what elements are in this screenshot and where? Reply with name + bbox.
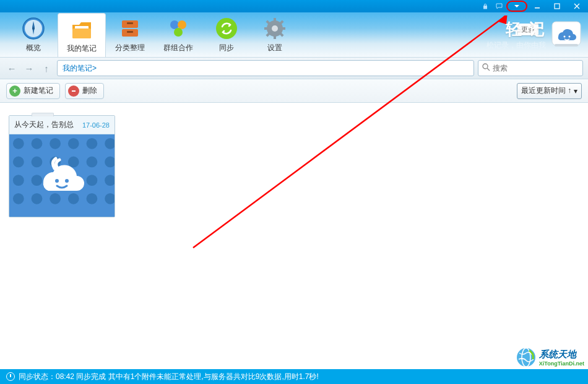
svg-point-27 — [569, 36, 571, 38]
cloud-logo-icon — [551, 20, 582, 49]
toolbar-label: 概览 — [26, 43, 41, 53]
svg-point-52 — [13, 193, 24, 204]
new-note-button[interactable]: + 新建笔记 — [6, 83, 60, 99]
note-card-header: 从今天起，告别总 17-06-28 — [9, 116, 115, 134]
people-icon — [166, 17, 190, 40]
search-input[interactable] — [493, 64, 579, 72]
dropdown-menu-button[interactable] — [506, 1, 527, 12]
delete-label: 删除 — [82, 85, 97, 96]
svg-rect-18 — [274, 35, 276, 39]
svg-point-14 — [216, 18, 237, 39]
svg-point-11 — [170, 20, 179, 29]
svg-point-12 — [178, 20, 186, 29]
note-thumbnail — [9, 134, 115, 217]
svg-point-46 — [13, 175, 24, 186]
toolbar-my-notes[interactable]: 我的笔记 — [58, 13, 106, 57]
toolbar-label: 我的笔记 — [67, 43, 97, 54]
nav-forward-button[interactable]: → — [22, 61, 36, 75]
content-area: 从今天起，告别总 17-06-28 — [0, 103, 588, 369]
toolbar-label: 设置 — [267, 43, 282, 53]
navigation-bar: ← → ↑ 我的笔记> — [0, 57, 588, 79]
nav-back-button[interactable]: ← — [5, 61, 19, 75]
brand-title: 轻 记 — [506, 19, 546, 40]
action-bar: + 新建笔记 删除 最近更新时间 ↑ ▾ — [0, 79, 588, 103]
gear-icon — [263, 17, 287, 40]
note-tab-decoration — [32, 113, 54, 116]
svg-line-30 — [487, 68, 490, 71]
svg-rect-17 — [274, 18, 276, 22]
brand-subtitle: 松记录，由你由我 — [486, 40, 546, 51]
svg-point-35 — [32, 138, 43, 149]
toolbar-label: 分类整理 — [115, 43, 145, 53]
sort-dropdown[interactable]: 最近更新时间 ↑ ▾ — [517, 83, 582, 99]
svg-point-37 — [68, 138, 79, 149]
svg-point-29 — [483, 64, 488, 69]
svg-point-34 — [13, 138, 24, 149]
folder-icon — [70, 17, 93, 41]
comment-icon[interactable] — [493, 0, 505, 12]
svg-rect-20 — [282, 27, 285, 30]
delete-icon — [68, 85, 79, 97]
close-button[interactable] — [567, 0, 587, 12]
toolbar-label: 群组合作 — [163, 43, 193, 53]
toolbar-group[interactable]: 群组合作 — [154, 12, 202, 57]
svg-rect-28 — [555, 44, 578, 46]
title-bar — [0, 0, 588, 12]
svg-point-26 — [564, 36, 566, 38]
svg-rect-19 — [264, 27, 268, 30]
toolbar-sync[interactable]: 同步 — [202, 12, 251, 57]
search-box[interactable] — [478, 60, 583, 76]
svg-point-16 — [272, 25, 278, 32]
toolbar-overview[interactable]: 概览 — [9, 12, 58, 57]
search-icon — [482, 63, 490, 73]
breadcrumb[interactable]: 我的笔记> — [57, 60, 474, 76]
chevron-down-icon: ▾ — [574, 87, 577, 95]
svg-point-13 — [174, 28, 183, 37]
nav-up-button[interactable]: ↑ — [40, 61, 53, 75]
delete-button[interactable]: 删除 — [65, 83, 104, 99]
status-text: 同步状态：08:42 同步完成 其中有1个附件未能正常处理,与服务器共对比9次数… — [19, 372, 319, 382]
clock-icon — [6, 372, 15, 381]
sync-icon — [215, 17, 238, 40]
new-note-label: 新建笔记 — [24, 85, 53, 96]
status-bar: 同步状态：08:42 同步完成 其中有1个附件未能正常处理,与服务器共对比9次数… — [0, 369, 588, 384]
svg-rect-32 — [72, 90, 76, 92]
note-title: 从今天起，告别总 — [14, 120, 74, 130]
toolbar-label: 同步 — [219, 43, 234, 53]
main-toolbar: 概览 我的笔记 分类整理 群组合作 同步 设置 更多 轻 记 松记录，由你由 — [0, 12, 588, 57]
breadcrumb-text: 我的笔记> — [63, 63, 97, 74]
svg-point-40 — [13, 157, 24, 168]
note-date: 17-06-28 — [82, 121, 110, 129]
svg-rect-6 — [72, 28, 91, 38]
plus-icon: + — [9, 85, 20, 97]
lock-icon[interactable] — [479, 0, 491, 12]
compass-icon — [22, 17, 45, 40]
svg-rect-0 — [535, 7, 540, 9]
svg-point-59 — [65, 179, 69, 183]
toolbar-category[interactable]: 分类整理 — [106, 12, 154, 57]
minimize-button[interactable] — [527, 0, 547, 12]
note-card[interactable]: 从今天起，告别总 17-06-28 — [9, 115, 115, 217]
svg-rect-9 — [127, 22, 133, 24]
svg-rect-1 — [555, 4, 560, 9]
sort-label: 最近更新时间 ↑ — [521, 85, 571, 96]
maximize-button[interactable] — [547, 0, 567, 12]
toolbar-settings[interactable]: 设置 — [251, 12, 299, 57]
svg-point-58 — [55, 179, 59, 183]
svg-point-4 — [32, 27, 35, 30]
drawer-icon — [118, 17, 142, 40]
svg-rect-10 — [127, 31, 133, 33]
brand-area: 轻 记 松记录，由你由我 — [486, 19, 582, 51]
svg-point-38 — [87, 138, 98, 149]
svg-point-36 — [50, 138, 61, 149]
